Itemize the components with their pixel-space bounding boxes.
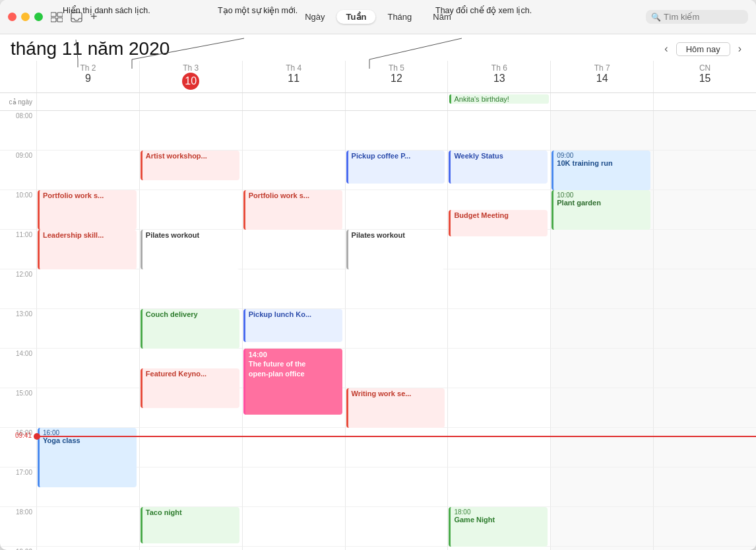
view-week-button[interactable]: Tuần [337, 10, 376, 24]
time-cell-d2-h0 [242, 111, 345, 151]
time-cell-d6-h5 [653, 309, 756, 349]
event-future_office[interactable]: 14:00 The future of the open-plan office [243, 349, 342, 415]
allday-wed [242, 93, 345, 110]
allday-fri: Ankita's birthday! [447, 93, 550, 110]
close-button[interactable] [8, 13, 16, 21]
time-grid-scroll[interactable]: 08:0009:0010:0011:0012:0013:0014:0015:00… [0, 111, 756, 550]
time-label-5: 13:00 [0, 309, 36, 349]
time-cell-d6-h0 [653, 111, 756, 151]
calendar-list-icon[interactable] [49, 10, 64, 24]
time-cell-d4-h7 [447, 388, 550, 428]
allday-tue [139, 93, 242, 110]
allday-row: cả ngày Ankita's birthday! [0, 93, 756, 111]
time-cell-d6-h11 [653, 547, 756, 550]
time-label-1: 09:00 [0, 151, 36, 190]
event-writing_work[interactable]: Writing work se... [346, 388, 445, 428]
time-cell-d4-h6 [447, 349, 550, 388]
time-cell-d5-h5 [550, 309, 653, 349]
event-plant_garden[interactable]: 10:00Plant garden [551, 190, 650, 230]
time-label-6: 14:00 [0, 349, 36, 388]
nav-area: ‹ Hôm nay › [660, 42, 745, 56]
view-year-button[interactable]: Năm [424, 10, 460, 24]
time-cell-d3-h6 [345, 349, 448, 388]
time-cell-d4-h8 [447, 428, 550, 467]
time-grid: 08:0009:0010:0011:0012:0013:0014:0015:00… [0, 111, 756, 550]
time-cell-d6-h9 [653, 467, 756, 507]
ankita-birthday-event[interactable]: Ankita's birthday! [449, 94, 549, 104]
time-cell-d5-h10 [550, 507, 653, 547]
event-taco[interactable]: Taco night [141, 507, 239, 543]
time-cell-d0-h11 [36, 547, 139, 550]
time-cell-d5-h11 [550, 547, 653, 550]
view-month-button[interactable]: Tháng [378, 10, 421, 24]
toolbar-icons: + [49, 10, 98, 24]
add-event-button[interactable]: + [90, 10, 98, 24]
search-input[interactable] [664, 12, 743, 22]
time-cell-d5-h0 [550, 111, 653, 151]
time-cell-d3-h11 [345, 547, 448, 550]
event-weekly_status[interactable]: Weekly Status [449, 151, 548, 184]
svg-rect-6 [51, 13, 56, 17]
time-cell-d6-h7 [653, 388, 756, 428]
next-button[interactable]: › [734, 42, 745, 56]
view-day-button[interactable]: Ngày [296, 10, 334, 24]
time-cell-d0-h7 [36, 388, 139, 428]
day-header-wed: Th 4 11 [242, 61, 345, 92]
minimize-button[interactable] [21, 13, 30, 21]
time-cell-d6-h6 [653, 349, 756, 388]
event-10k_run[interactable]: 09:0010K training run [551, 151, 650, 190]
event-pickup_lunch[interactable]: Pickup lunch Ko... [243, 309, 342, 342]
time-label-2: 10:00 [0, 190, 36, 230]
time-cell-d0-h1 [36, 151, 139, 190]
day-header-sun: CN 15 [653, 61, 756, 92]
event-artist[interactable]: Artist workshop... [141, 151, 239, 180]
time-cell-d3-h8 [345, 428, 448, 467]
time-cell-d1-h11 [139, 547, 242, 550]
time-cell-d4-h0 [447, 111, 550, 151]
svg-rect-7 [57, 13, 63, 17]
time-cell-d2-h8 [242, 428, 345, 467]
event-portfolio1[interactable]: Portfolio work s... [38, 190, 137, 230]
event-game_night[interactable]: 18:00Game Night [449, 507, 548, 547]
event-leadership[interactable]: Leadership skill... [38, 230, 137, 269]
event-couch[interactable]: Couch delivery [141, 309, 239, 349]
time-cell-d2-h11 [242, 547, 345, 550]
day-header-mon: Th 2 9 [36, 61, 139, 92]
time-label-10: 18:00 [0, 507, 36, 547]
time-cell-d6-h10 [653, 507, 756, 547]
event-featured_keyno[interactable]: Featured Keyno... [141, 368, 239, 408]
time-label-9: 17:00 [0, 467, 36, 507]
time-cell-d6-h8 [653, 428, 756, 467]
month-header: tháng 11 năm 2020 ‹ Hôm nay › [0, 34, 756, 61]
time-cell-d0-h4 [36, 269, 139, 309]
time-cell-d2-h1 [242, 151, 345, 190]
today-button[interactable]: Hôm nay [676, 42, 730, 56]
day-header-thu: Th 5 12 [345, 61, 448, 92]
allday-sun [653, 93, 756, 110]
time-cell-d1-h2 [139, 190, 242, 230]
event-pickup_coffee[interactable]: Pickup coffee P... [346, 151, 445, 184]
time-cell-d0-h6 [36, 349, 139, 388]
event-pilates1[interactable]: Pilates workout [141, 230, 239, 269]
time-cell-d4-h11 [447, 547, 550, 550]
time-cell-d3-h5 [345, 309, 448, 349]
prev-button[interactable]: ‹ [660, 42, 672, 56]
time-cell-d2-h10 [242, 507, 345, 547]
time-cell-d3-h10 [345, 507, 448, 547]
maximize-button[interactable] [34, 13, 43, 21]
time-cell-d2-h4 [242, 269, 345, 309]
time-cell-d6-h3 [653, 230, 756, 269]
search-area[interactable]: 🔍 [646, 10, 748, 24]
current-time-dot [34, 433, 40, 440]
event-budget[interactable]: Budget Meeting [449, 210, 548, 236]
inbox-icon[interactable] [69, 10, 84, 24]
time-cell-d4-h9 [447, 467, 550, 507]
event-portfolio2[interactable]: Portfolio work s... [243, 190, 342, 230]
allday-sat [550, 93, 653, 110]
allday-mon [36, 93, 139, 110]
time-cell-d5-h6 [550, 349, 653, 388]
event-pilates2[interactable]: Pilates workout [346, 230, 445, 269]
time-cell-d0-h0 [36, 111, 139, 151]
traffic-lights [8, 13, 43, 21]
search-icon: 🔍 [651, 13, 661, 22]
